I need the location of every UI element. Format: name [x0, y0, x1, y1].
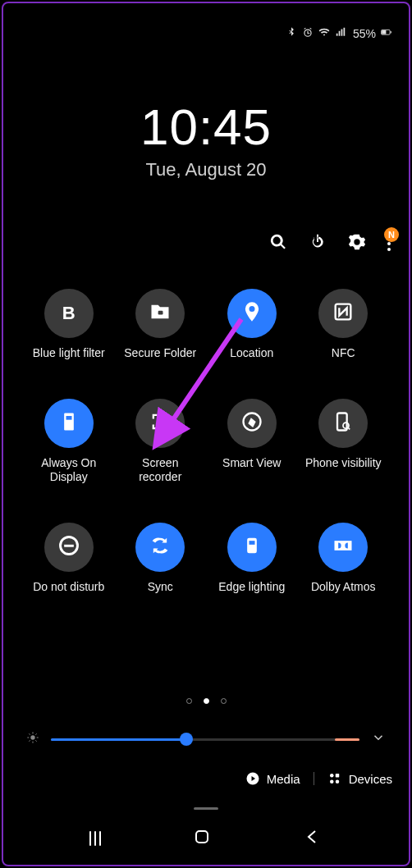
tile-nfc[interactable]: NFC: [303, 289, 385, 361]
phone-visibility-icon: [332, 410, 355, 436]
tile-label: Screen recorder: [120, 456, 202, 485]
tile-label: Sync: [148, 580, 173, 595]
tile-phone-visibility[interactable]: Phone visibility: [303, 399, 385, 485]
svg-point-21: [330, 780, 334, 784]
edge-lighting-icon: [240, 534, 263, 560]
wifi-icon: [318, 26, 330, 40]
page-dot[interactable]: [186, 698, 192, 704]
tile-do-not-disturb[interactable]: Do not disturb: [28, 523, 110, 595]
devices-label: Devices: [349, 772, 392, 786]
svg-rect-1: [382, 30, 386, 34]
tile-label: Location: [230, 346, 273, 361]
navigation-bar: [3, 827, 409, 850]
tile-edge-lighting[interactable]: Edge lighting: [211, 523, 293, 595]
signal-icon: [335, 26, 346, 40]
svg-rect-14: [249, 541, 254, 545]
svg-point-7: [158, 418, 163, 424]
battery-icon: [381, 28, 392, 39]
clock-date: Tue, August 20: [3, 159, 409, 180]
brightness-slider-row: [26, 730, 386, 748]
nav-recents-button[interactable]: [89, 831, 101, 846]
tile-label: Dolby Atmos: [311, 580, 376, 595]
power-icon[interactable]: [309, 233, 327, 254]
tile-smart-view[interactable]: Smart View: [211, 399, 293, 485]
tile-label: Always On Display: [28, 456, 110, 485]
tile-location[interactable]: Location: [211, 289, 293, 361]
nav-back-button[interactable]: [303, 827, 323, 850]
chevron-down-icon[interactable]: [371, 730, 386, 748]
aod-icon: [57, 410, 80, 436]
svg-rect-5: [64, 413, 74, 430]
screen-recorder-icon: [149, 410, 172, 436]
alarm-icon: [302, 26, 314, 40]
clock-panel: 10:45 Tue, August 20: [3, 98, 409, 180]
devices-grid-icon: [327, 771, 342, 786]
devices-button[interactable]: Devices: [327, 771, 392, 786]
more-menu-button[interactable]: N: [387, 234, 391, 254]
svg-rect-12: [64, 544, 74, 546]
smart-view-icon: [240, 410, 263, 436]
status-bar: 55%: [286, 26, 392, 40]
dnd-icon: [57, 534, 80, 560]
dolby-icon: [332, 534, 355, 560]
nfc-icon: [332, 300, 355, 327]
svg-rect-13: [247, 537, 257, 553]
tile-label: Secure Folder: [124, 346, 196, 361]
svg-rect-20: [335, 774, 339, 778]
brightness-slider[interactable]: [51, 738, 359, 741]
settings-icon[interactable]: [348, 233, 366, 254]
page-dot[interactable]: [221, 698, 227, 704]
quick-settings-grid: B Blue light filter Secure Folder Locati…: [28, 289, 384, 594]
tile-label: Smart View: [222, 456, 281, 471]
notification-badge: N: [384, 227, 399, 242]
svg-rect-3: [158, 311, 163, 315]
brightness-icon: [26, 731, 39, 747]
tile-blue-light-filter[interactable]: B Blue light filter: [28, 289, 110, 361]
sync-icon: [149, 534, 172, 560]
clock-time: 10:45: [3, 98, 409, 156]
bluetooth-icon: [286, 26, 297, 40]
tile-label: NFC: [332, 346, 355, 361]
separator: [314, 772, 314, 785]
play-circle-icon: [245, 771, 260, 786]
svg-point-22: [335, 780, 339, 784]
svg-rect-15: [335, 541, 352, 550]
tile-always-on-display[interactable]: Always On Display: [28, 399, 110, 485]
page-dot[interactable]: [204, 698, 209, 704]
media-button[interactable]: Media: [245, 771, 300, 786]
tile-sync[interactable]: Sync: [120, 523, 202, 595]
tile-secure-folder[interactable]: Secure Folder: [120, 289, 202, 361]
tile-label: Do not disturb: [33, 580, 104, 595]
page-indicator: [3, 698, 409, 704]
svg-point-19: [330, 774, 334, 778]
blue-light-icon: B: [62, 303, 76, 324]
svg-rect-2: [391, 31, 391, 33]
drag-handle[interactable]: [194, 807, 218, 810]
media-label: Media: [267, 772, 300, 786]
search-icon[interactable]: [269, 233, 287, 254]
tile-screen-recorder[interactable]: Screen recorder: [120, 399, 202, 485]
location-pin-icon: [240, 300, 263, 327]
svg-rect-23: [196, 831, 208, 843]
slider-thumb[interactable]: [180, 733, 193, 746]
svg-point-17: [30, 735, 34, 739]
secure-folder-icon: [149, 300, 172, 327]
battery-percentage: 55%: [353, 27, 376, 40]
nav-home-button[interactable]: [192, 827, 212, 850]
bottom-controls: Media Devices: [3, 771, 392, 786]
tile-label: Blue light filter: [33, 346, 105, 361]
header-controls: N: [269, 233, 391, 254]
tile-label: Edge lighting: [218, 580, 285, 595]
tile-dolby-atmos[interactable]: Dolby Atmos: [303, 523, 385, 595]
tile-label: Phone visibility: [305, 456, 382, 471]
svg-rect-6: [66, 416, 71, 420]
